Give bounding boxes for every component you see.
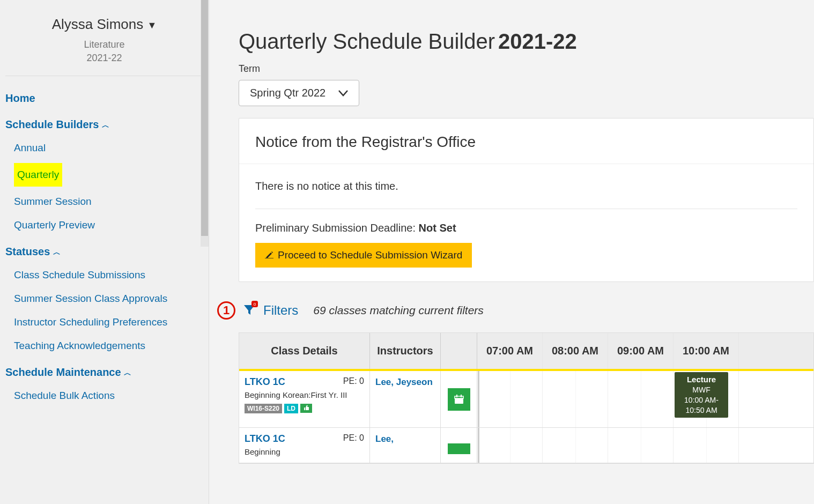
deadline-line: Preliminary Submission Deadline: Not Set — [255, 222, 797, 234]
nav-schedule-bulk-actions[interactable]: Schedule Bulk Actions — [14, 384, 203, 407]
chevron-up-icon: ︿ — [102, 121, 109, 129]
badge-section: WI16-S220 — [245, 404, 282, 413]
notice-heading: Notice from the Registrar's Office — [239, 118, 813, 164]
user-name-label: Alyssa Simons — [52, 16, 144, 32]
chevron-up-icon: ︿ — [53, 248, 61, 256]
nav-schedule-builders-label: Schedule Builders — [5, 118, 99, 130]
chevron-up-icon: ︿ — [124, 368, 131, 377]
filters-label[interactable]: Filters — [263, 303, 298, 318]
col-header-instructors: Instructors — [370, 333, 441, 369]
user-menu[interactable]: Alyssa Simons ▼ — [11, 16, 198, 33]
cell-class-details: LTKO 1C PE: 0 Beginning Korean:First Yr.… — [239, 371, 370, 427]
sidebar-scrollbar[interactable]: ▲ — [201, 0, 209, 247]
badge-ld: LD — [284, 404, 298, 413]
user-year-label: 2021-22 — [11, 53, 198, 64]
instructor-link[interactable]: Lee, Jeyseon — [375, 377, 433, 387]
deadline-prefix: Preliminary Submission Deadline: — [255, 222, 419, 234]
filters-count: 69 classes matching current filters — [313, 304, 483, 317]
cell-class-details: LTKO 1C PE: 0 Beginning — [239, 428, 370, 463]
svg-rect-1 — [455, 396, 463, 398]
col-header-09: 09:00 AM — [608, 333, 674, 369]
thumbs-up-icon — [303, 404, 309, 411]
main-content: Quarterly Schedule Builder2021-22 Term S… — [209, 0, 814, 504]
schedule-grid: Class Details Instructors 07:00 AM 08:00… — [239, 332, 814, 464]
pe-value: PE: 0 — [343, 433, 364, 443]
deadline-value: Not Set — [419, 222, 456, 234]
course-code-link[interactable]: LTKO 1C — [245, 433, 285, 444]
page-title: Quarterly Schedule Builder2021-22 — [239, 29, 814, 54]
col-header-action — [441, 333, 477, 369]
filter-badge: 0 — [251, 301, 258, 307]
grid-header: Class Details Instructors 07:00 AM 08:00… — [239, 333, 813, 371]
pe-value: PE: 0 — [343, 376, 364, 386]
sidebar: ▲ Alyssa Simons ▼ Literature 2021-22 Hom… — [0, 0, 209, 504]
page-title-year: 2021-22 — [498, 29, 577, 53]
term-select[interactable]: Spring Qtr 2022 — [239, 80, 359, 106]
annotation-1-label: 1 — [223, 303, 230, 317]
course-subtitle: Beginning Korean:First Yr. III — [245, 390, 364, 401]
calendar-button[interactable] — [448, 388, 470, 411]
col-header-08: 08:00 AM — [543, 333, 608, 369]
col-header-10: 10:00 AM — [674, 333, 739, 369]
nav-schedule-maintenance-label: Schedule Maintenance — [5, 366, 121, 378]
nav-instructor-scheduling-preferences[interactable]: Instructor Scheduling Preferences — [14, 310, 203, 334]
nav-annual[interactable]: Annual — [14, 136, 203, 160]
nav-quarterly-preview[interactable]: Quarterly Preview — [14, 213, 203, 237]
course-subtitle: Beginning — [245, 447, 364, 457]
notice-body-text: There is no notice at this time. — [255, 180, 797, 192]
cell-instructors: Lee, — [370, 428, 441, 463]
scrollbar-thumb[interactable] — [201, 0, 208, 236]
cell-instructors: Lee, Jeyseon — [370, 371, 441, 427]
term-label: Term — [239, 63, 814, 75]
proceed-wizard-button[interactable]: Proceed to Schedule Submission Wizard — [255, 243, 472, 268]
nav-teaching-acknowledgements[interactable]: Teaching Acknowledgements — [14, 334, 203, 358]
term-select-value: Spring Qtr 2022 — [250, 87, 325, 99]
event-days: MWF — [679, 385, 724, 395]
nav-schedule-maintenance[interactable]: Schedule Maintenance ︿ — [5, 361, 203, 384]
course-code-link[interactable]: LTKO 1C — [245, 376, 285, 388]
table-row: LTKO 1C PE: 0 Beginning Lee, — [239, 428, 813, 463]
badge-thumbs-up — [300, 404, 312, 413]
notice-card: Notice from the Registrar's Office There… — [239, 118, 814, 282]
timeline — [477, 428, 813, 463]
nav-class-schedule-submissions[interactable]: Class Schedule Submissions — [14, 263, 203, 287]
svg-rect-2 — [456, 395, 457, 397]
event-title: Lecture — [679, 374, 724, 385]
calendar-button[interactable] — [448, 443, 470, 454]
filters-row: 1 0 Filters 69 classes matching current … — [217, 301, 814, 320]
event-time: 10:00 AM-10:50 AM — [679, 395, 724, 416]
nav-home[interactable]: Home — [5, 87, 203, 110]
caret-down-icon: ▼ — [147, 20, 157, 31]
annotation-marker-1: 1 — [217, 301, 235, 320]
wizard-icon — [265, 249, 273, 261]
nav-summer-session-class-approvals[interactable]: Summer Session Class Approvals — [14, 287, 203, 310]
filters-button[interactable]: 0 — [243, 303, 256, 318]
nav-statuses-label: Statuses — [5, 246, 50, 257]
calendar-icon — [454, 394, 464, 405]
nav-schedule-builders[interactable]: Schedule Builders ︿ — [5, 113, 203, 136]
nav-statuses[interactable]: Statuses ︿ — [5, 240, 203, 263]
timeline: Lecture MWF 10:00 AM-10:50 AM — [477, 371, 813, 427]
page-title-text: Quarterly Schedule Builder — [239, 29, 495, 53]
event-lecture[interactable]: Lecture MWF 10:00 AM-10:50 AM — [675, 372, 728, 418]
user-dept-label: Literature — [11, 39, 198, 50]
nav-quarterly[interactable]: Quarterly — [14, 163, 62, 187]
table-row: LTKO 1C PE: 0 Beginning Korean:First Yr.… — [239, 371, 813, 428]
proceed-wizard-label: Proceed to Schedule Submission Wizard — [278, 249, 462, 261]
cell-action — [441, 371, 477, 427]
nav-summer-session[interactable]: Summer Session — [14, 190, 203, 213]
svg-rect-3 — [461, 395, 462, 397]
instructor-link[interactable]: Lee, — [375, 434, 394, 444]
chevron-down-icon — [338, 87, 348, 99]
cell-action — [441, 428, 477, 463]
col-header-07: 07:00 AM — [477, 333, 543, 369]
col-header-class-details: Class Details — [239, 333, 370, 369]
user-block: Alyssa Simons ▼ Literature 2021-22 — [5, 0, 203, 76]
